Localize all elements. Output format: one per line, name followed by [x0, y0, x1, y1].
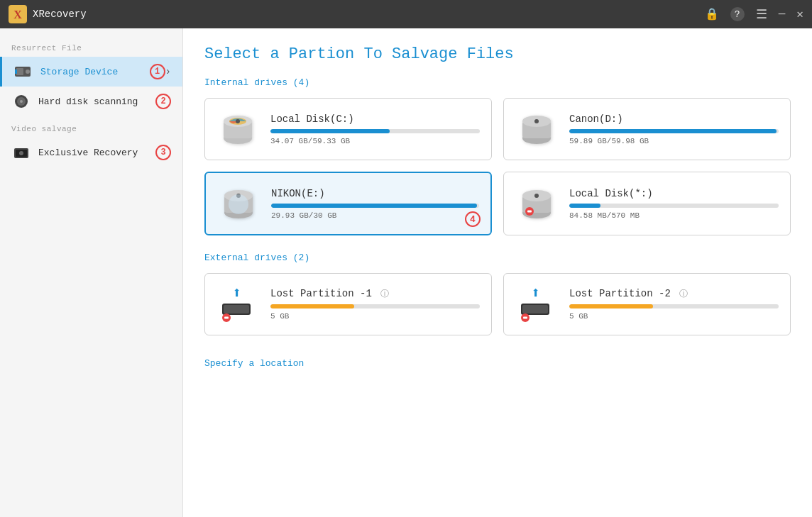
svg-point-8: [20, 100, 23, 103]
drive-name-lost-2: Lost Partition -2 ⓘ: [569, 288, 779, 300]
internal-drives-grid: Local Disk(C:) 34.07 GB/59.33 GB: [204, 98, 791, 235]
svg-point-4: [26, 70, 30, 74]
video-salvage-section-label: Video salvage: [0, 116, 182, 138]
specify-location[interactable]: Specify a location: [204, 352, 791, 369]
drive-bar-fill-canon-d: [569, 129, 777, 133]
drive-info-local-star: Local Disk(*:) 84.58 MB/570 MB: [569, 188, 779, 220]
drive-icon-lost-1: ⬆: [216, 287, 259, 322]
drive-bar-lost-1: [270, 304, 480, 308]
drive-card-nikon-e[interactable]: NIKON(E:) 29.93 GB/30 GB 4: [204, 172, 492, 235]
svg-point-11: [19, 151, 23, 155]
drive-name-local-star: Local Disk(*:): [569, 188, 779, 199]
page-title: Select a Partion To Salvage Files: [204, 45, 791, 63]
svg-text:⬆: ⬆: [232, 287, 241, 303]
svg-rect-5: [15, 70, 17, 74]
sidebar-item-hard-disk-scanning[interactable]: Hard disk scanning 2: [0, 87, 182, 116]
main-content: Select a Partion To Salvage Files Intern…: [183, 28, 812, 517]
resurrect-section-label: Resurrect File: [0, 35, 182, 57]
drive-bar-local-c: [270, 129, 480, 133]
svg-point-20: [534, 119, 539, 123]
svg-rect-34: [224, 305, 249, 313]
drive-name-lost-1: Lost Partition -1 ⓘ: [270, 288, 480, 300]
drive-info-local-c: Local Disk(C:) 34.07 GB/59.33 GB: [270, 113, 480, 145]
drive-icon-lost-2: ⬆: [515, 287, 558, 322]
hard-disk-label: Hard disk scanning: [38, 96, 155, 107]
drive-name-local-c: Local Disk(C:): [270, 113, 480, 125]
hard-disk-badge: 2: [155, 94, 171, 109]
svg-text:X: X: [13, 9, 22, 21]
drive-size-nikon-e: 29.93 GB/30 GB: [271, 211, 479, 220]
hard-disk-icon: [11, 94, 31, 109]
lost-1-info-icon: ⓘ: [380, 289, 389, 299]
drive-size-local-star: 84.58 MB/570 MB: [569, 211, 779, 220]
drive-icon-canon-d: [515, 111, 558, 147]
drive-card-local-c[interactable]: Local Disk(C:) 34.07 GB/59.33 GB: [204, 98, 492, 160]
drive-bar-fill-local-star: [569, 204, 600, 208]
help-icon[interactable]: ?: [730, 7, 745, 21]
menu-icon[interactable]: ☰: [756, 6, 767, 22]
drive-bar-local-star: [569, 204, 779, 208]
exclusive-recovery-badge: 3: [155, 145, 171, 160]
external-drives-grid: ⬆ Lost Partition -1 ⓘ: [204, 273, 791, 335]
drive-icon-nikon-e: [217, 186, 260, 221]
drive-info-canon-d: Canon(D:) 59.89 GB/59.98 GB: [569, 113, 779, 145]
storage-device-label: Storage Device: [40, 67, 150, 77]
drive-info-lost-2: Lost Partition -2 ⓘ 5 GB: [569, 288, 779, 321]
drive-name-nikon-e: NIKON(E:): [271, 188, 479, 199]
exclusive-recovery-label: Exclusive Recovery: [38, 148, 155, 158]
svg-rect-31: [527, 211, 532, 213]
svg-rect-41: [523, 317, 527, 319]
drive-card-lost-1[interactable]: ⬆ Lost Partition -1 ⓘ: [204, 273, 492, 335]
svg-text:⬆: ⬆: [531, 287, 540, 303]
svg-point-25: [229, 194, 248, 214]
lost-2-info-icon: ⓘ: [679, 289, 688, 299]
app-logo: X: [9, 5, 27, 23]
svg-point-29: [534, 194, 539, 198]
drive-size-lost-1: 5 GB: [270, 312, 480, 321]
drive-size-lost-2: 5 GB: [569, 312, 779, 321]
drive-size-canon-d: 59.89 GB/59.98 GB: [569, 137, 779, 145]
storage-device-arrow: ›: [165, 66, 171, 77]
close-icon[interactable]: ✕: [796, 7, 803, 21]
drive-bar-fill-lost-2: [569, 304, 653, 308]
drive-icon-local-c: [216, 111, 259, 147]
lock-icon[interactable]: 🔒: [705, 7, 719, 21]
drive-bar-nikon-e: [271, 204, 479, 208]
nikon-selected-badge: 4: [465, 211, 481, 227]
drive-card-local-star[interactable]: Local Disk(*:) 84.58 MB/570 MB: [503, 172, 791, 235]
sidebar-item-exclusive-recovery[interactable]: Exclusive Recovery 3: [0, 138, 182, 167]
drive-card-lost-2[interactable]: ⬆ Lost Partition -2 ⓘ 5 GB: [503, 273, 791, 335]
drive-bar-fill-local-c: [270, 129, 390, 133]
svg-rect-36: [224, 317, 229, 319]
drive-bar-canon-d: [569, 129, 779, 133]
minimize-icon[interactable]: —: [779, 8, 786, 21]
svg-rect-39: [522, 305, 548, 313]
drive-card-canon-d[interactable]: Canon(D:) 59.89 GB/59.98 GB: [503, 98, 791, 160]
external-drives-label: External drives (2): [204, 252, 791, 263]
drive-bar-fill-nikon-e: [271, 204, 477, 208]
app-title: XRecovery: [33, 9, 705, 20]
exclusive-recovery-icon: [11, 145, 31, 160]
storage-device-badge: 1: [150, 64, 165, 79]
drive-name-canon-d: Canon(D:): [569, 113, 779, 125]
drive-info-nikon-e: NIKON(E:) 29.93 GB/30 GB: [271, 188, 479, 220]
storage-device-icon: [13, 64, 33, 79]
sidebar-item-storage-device[interactable]: Storage Device 1 ›: [0, 57, 182, 87]
drive-bar-fill-lost-1: [270, 304, 354, 308]
svg-rect-3: [16, 68, 23, 75]
drive-size-local-c: 34.07 GB/59.33 GB: [270, 137, 480, 145]
drive-icon-local-star: [515, 186, 558, 221]
window-controls: 🔒 ? ☰ — ✕: [705, 6, 803, 22]
title-bar: X XRecovery 🔒 ? ☰ — ✕: [0, 0, 812, 28]
svg-point-16: [236, 119, 240, 123]
internal-drives-label: Internal drives (4): [204, 77, 791, 88]
sidebar: Resurrect File Storage Device 1 ›: [0, 28, 183, 517]
drive-bar-lost-2: [569, 304, 779, 308]
drive-info-lost-1: Lost Partition -1 ⓘ 5 GB: [270, 288, 480, 321]
